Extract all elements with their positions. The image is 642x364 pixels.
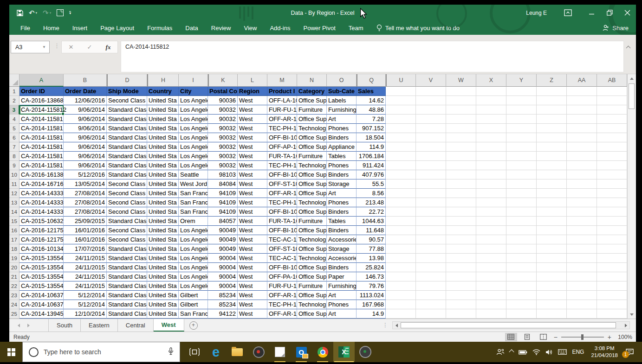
cell-O1[interactable]: Sub-Cate bbox=[327, 87, 357, 96]
cell-D9[interactable]: Standard Class bbox=[107, 161, 147, 170]
row-header-18[interactable]: 18 bbox=[9, 244, 19, 254]
cell-Z17[interactable] bbox=[537, 235, 567, 244]
row-header-8[interactable]: 8 bbox=[9, 152, 19, 161]
cell-M7[interactable]: OFF-AP-10 bbox=[267, 142, 297, 152]
cell-N22[interactable]: Furniture bbox=[297, 281, 327, 291]
cell-U9[interactable] bbox=[386, 161, 416, 170]
cell-X6[interactable] bbox=[476, 133, 506, 142]
ribbon-tab-data[interactable]: Data bbox=[179, 21, 204, 35]
cell-B7[interactable]: 9/06/2014 bbox=[64, 142, 107, 152]
row-header-16[interactable]: 16 bbox=[9, 226, 19, 235]
cell-H3[interactable]: United Sta bbox=[147, 105, 179, 115]
cell-U25[interactable] bbox=[386, 309, 416, 319]
cell-I24[interactable]: Gilbert bbox=[179, 300, 208, 309]
cell-U21[interactable] bbox=[386, 272, 416, 281]
cell-A10[interactable]: CA-2016-161389 bbox=[19, 170, 64, 179]
cell-L5[interactable]: West bbox=[238, 124, 267, 133]
cell-O17[interactable]: Accessorie bbox=[327, 235, 357, 244]
cell-Z20[interactable] bbox=[537, 263, 567, 272]
cell-Z14[interactable] bbox=[537, 207, 567, 217]
zoom-out-button[interactable]: − bbox=[554, 333, 558, 341]
cell-N1[interactable]: Category bbox=[297, 87, 327, 96]
cell-N13[interactable]: Technolog bbox=[297, 198, 327, 207]
cell-B3[interactable]: 9/06/2014 bbox=[64, 105, 107, 115]
cell-O10[interactable]: Binders bbox=[327, 170, 357, 179]
name-box-dropdown-icon[interactable]: ▼ bbox=[42, 45, 46, 49]
cell-W14[interactable] bbox=[446, 207, 476, 217]
cell-O9[interactable]: Phones bbox=[327, 161, 357, 170]
new-sheet-button[interactable]: + bbox=[184, 319, 203, 332]
cell-O11[interactable]: Storage bbox=[327, 179, 357, 189]
cell-K18[interactable]: 90049 bbox=[208, 244, 238, 254]
cell-A14[interactable]: CA-2014-143336 bbox=[19, 207, 64, 217]
cell-D8[interactable]: Standard Class bbox=[107, 152, 147, 161]
row-header-7[interactable]: 7 bbox=[9, 142, 19, 152]
cell-O20[interactable]: Binders bbox=[327, 263, 357, 272]
vertical-scrollbar-thumb[interactable] bbox=[629, 83, 635, 109]
cell-H2[interactable]: United Sta bbox=[147, 96, 179, 105]
cell-O19[interactable]: Accessorie bbox=[327, 254, 357, 263]
cell-K25[interactable]: 94122 bbox=[208, 309, 238, 319]
cell-Q9[interactable]: 911.424 bbox=[357, 161, 386, 170]
column-header-N[interactable]: N bbox=[297, 74, 327, 87]
cell-AA24[interactable] bbox=[567, 300, 597, 309]
touch-keyboard-icon[interactable] bbox=[558, 349, 567, 355]
cell-V4[interactable] bbox=[416, 115, 446, 124]
cell-V14[interactable] bbox=[416, 207, 446, 217]
cell-O13[interactable]: Phones bbox=[327, 198, 357, 207]
cell-O22[interactable]: Furnishing bbox=[327, 281, 357, 291]
cell-B13[interactable]: 27/08/2014 bbox=[64, 198, 107, 207]
cell-Q23[interactable]: 1113.024 bbox=[357, 291, 386, 300]
cell-AA16[interactable] bbox=[567, 226, 597, 235]
cell-L12[interactable]: West bbox=[238, 189, 267, 198]
cell-W12[interactable] bbox=[446, 189, 476, 198]
scroll-up-arrow[interactable] bbox=[628, 74, 636, 83]
cell-M25[interactable]: OFF-AR-10 bbox=[267, 309, 297, 319]
cell-V24[interactable] bbox=[416, 300, 446, 309]
cell-H22[interactable]: United Sta bbox=[147, 281, 179, 291]
cell-N10[interactable]: Office Sup bbox=[297, 170, 327, 179]
cell-B8[interactable]: 9/06/2014 bbox=[64, 152, 107, 161]
ribbon-tab-add-ins[interactable]: Add-ins bbox=[263, 21, 297, 35]
cell-Q4[interactable]: 7.28 bbox=[357, 115, 386, 124]
cell-N7[interactable]: Office Sup bbox=[297, 142, 327, 152]
cell-W13[interactable] bbox=[446, 198, 476, 207]
cell-Z8[interactable] bbox=[537, 152, 567, 161]
cell-L9[interactable]: West bbox=[238, 161, 267, 170]
cell-X21[interactable] bbox=[476, 272, 506, 281]
cell-L10[interactable]: West bbox=[238, 170, 267, 179]
row-header-10[interactable]: 10 bbox=[9, 170, 19, 179]
cell-H6[interactable]: United Sta bbox=[147, 133, 179, 142]
cell-B12[interactable]: 27/08/2014 bbox=[64, 189, 107, 198]
customize-qat-button[interactable]: ▾ bbox=[69, 11, 71, 15]
cell-H21[interactable]: United Sta bbox=[147, 272, 179, 281]
row-header-15[interactable]: 15 bbox=[9, 217, 19, 226]
row-header-1[interactable]: 1 bbox=[9, 87, 19, 96]
cell-V18[interactable] bbox=[416, 244, 446, 254]
cell-L22[interactable]: West bbox=[238, 281, 267, 291]
cell-K12[interactable]: 94109 bbox=[208, 189, 238, 198]
cell-A21[interactable]: CA-2015-135545 bbox=[19, 272, 64, 281]
cell-B18[interactable]: 17/07/2016 bbox=[64, 244, 107, 254]
cell-Z9[interactable] bbox=[537, 161, 567, 170]
cell-A5[interactable]: CA-2014-115812 bbox=[19, 124, 64, 133]
taskbar-app-edge[interactable]: e bbox=[205, 342, 227, 362]
cell-U14[interactable] bbox=[386, 207, 416, 217]
cell-A7[interactable]: CA-2014-115812 bbox=[19, 142, 64, 152]
cell-Q6[interactable]: 18.504 bbox=[357, 133, 386, 142]
cell-U5[interactable] bbox=[386, 124, 416, 133]
cell-N6[interactable]: Office Sup bbox=[297, 133, 327, 142]
cell-B19[interactable]: 24/11/2015 bbox=[64, 254, 107, 263]
cell-AA8[interactable] bbox=[567, 152, 597, 161]
taskbar-app-outlook[interactable]: O bbox=[291, 342, 312, 362]
cell-Z21[interactable] bbox=[537, 272, 567, 281]
cell-N23[interactable]: Office Sup bbox=[297, 291, 327, 300]
cell-D4[interactable]: Standard Class bbox=[107, 115, 147, 124]
cell-M11[interactable]: OFF-ST-10 bbox=[267, 179, 297, 189]
cell-X25[interactable] bbox=[476, 309, 506, 319]
cell-A2[interactable]: CA-2016-138688 bbox=[19, 96, 64, 105]
cell-L16[interactable]: West bbox=[238, 226, 267, 235]
cell-O6[interactable]: Binders bbox=[327, 133, 357, 142]
battery-icon[interactable] bbox=[519, 350, 527, 355]
cell-X1[interactable] bbox=[476, 87, 506, 96]
